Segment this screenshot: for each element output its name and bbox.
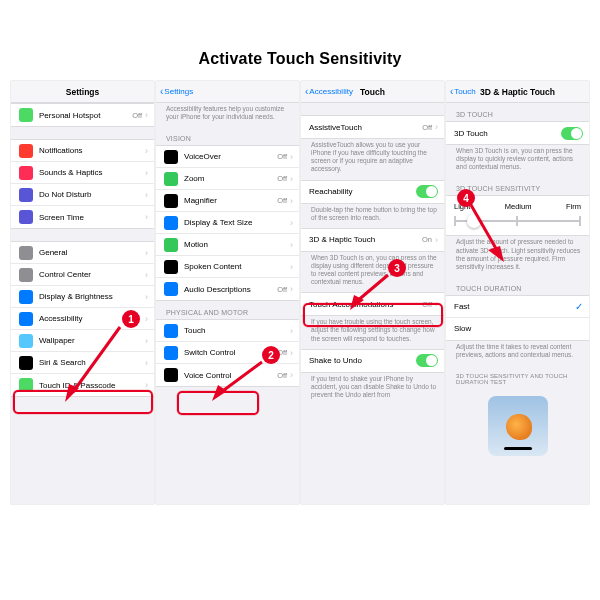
list-item[interactable]: MagnifierOff› bbox=[156, 190, 299, 212]
row-label: Magnifier bbox=[184, 196, 277, 205]
list-item[interactable]: Touch› bbox=[156, 320, 299, 342]
back-label: Accessibility bbox=[309, 87, 353, 96]
row-label: Sounds & Haptics bbox=[39, 168, 145, 177]
chevron-right-icon: › bbox=[290, 348, 293, 358]
back-label: Touch bbox=[454, 87, 475, 96]
app-icon bbox=[164, 194, 178, 208]
chevron-right-icon: › bbox=[290, 240, 293, 250]
toggle-on-icon[interactable] bbox=[561, 127, 583, 140]
chevron-right-icon: › bbox=[145, 168, 148, 178]
row-value: Off bbox=[277, 174, 287, 183]
row-value: Off bbox=[277, 371, 287, 380]
row-assistivetouch[interactable]: AssistiveTouchOff› bbox=[301, 116, 444, 138]
header: ‹Accessibility Touch bbox=[301, 81, 444, 103]
row-value: Off bbox=[132, 111, 142, 120]
list-item[interactable]: Display & Brightness› bbox=[11, 286, 154, 308]
chevron-right-icon: › bbox=[145, 380, 148, 390]
list-item[interactable]: Control Center› bbox=[11, 264, 154, 286]
desc: If you have trouble using the touch scre… bbox=[301, 316, 444, 348]
toggle-on-icon[interactable] bbox=[416, 185, 438, 198]
list-item[interactable]: Voice ControlOff› bbox=[156, 364, 299, 386]
toggle-on-icon[interactable] bbox=[416, 354, 438, 367]
row-duration-slow[interactable]: Slow bbox=[446, 318, 589, 340]
app-icon bbox=[19, 108, 33, 122]
chevron-right-icon: › bbox=[435, 299, 438, 309]
app-icon bbox=[164, 150, 178, 164]
chevron-right-icon: › bbox=[145, 314, 148, 324]
app-icon bbox=[19, 268, 33, 282]
test-image[interactable] bbox=[488, 396, 548, 456]
list-item[interactable]: Touch ID & Passcode› bbox=[11, 374, 154, 396]
intro-text: Accessibility features help you customiz… bbox=[156, 103, 299, 127]
row-touch-accommodations[interactable]: Touch AccommodationsOff› bbox=[301, 293, 444, 315]
chevron-right-icon: › bbox=[145, 336, 148, 346]
list-item[interactable]: Personal HotspotOff› bbox=[11, 104, 154, 126]
list-item[interactable]: General› bbox=[11, 242, 154, 264]
list-item[interactable]: Do Not Disturb› bbox=[11, 184, 154, 206]
list-item[interactable]: Switch ControlOff› bbox=[156, 342, 299, 364]
header-title: Touch bbox=[360, 87, 385, 97]
list-item[interactable]: Wallpaper› bbox=[11, 330, 154, 352]
group-label-vision: VISION bbox=[156, 127, 299, 145]
list-item[interactable]: VoiceOverOff› bbox=[156, 146, 299, 168]
back-button[interactable]: ‹Accessibility bbox=[305, 87, 353, 96]
desc: Double-tap the home button to bring the … bbox=[301, 204, 444, 228]
group-label: 3D TOUCH SENSITIVITY bbox=[446, 177, 589, 195]
slider-label-medium: Medium bbox=[505, 202, 532, 211]
desc: When 3D Touch is on, you can press the d… bbox=[446, 145, 589, 177]
row-3d-haptic-touch[interactable]: 3D & Haptic TouchOn› bbox=[301, 229, 444, 251]
list-item[interactable]: Audio DescriptionsOff› bbox=[156, 278, 299, 300]
screenshot-accessibility: ‹Settings Accessibility features help yo… bbox=[155, 80, 300, 505]
screenshot-settings: Settings Personal HotspotOff›Notificatio… bbox=[10, 80, 155, 505]
chevron-right-icon: › bbox=[290, 196, 293, 206]
row-label: Display & Brightness bbox=[39, 292, 145, 301]
chevron-left-icon: ‹ bbox=[160, 88, 163, 96]
list-item[interactable]: Notifications› bbox=[11, 140, 154, 162]
chevron-right-icon: › bbox=[290, 370, 293, 380]
row-shake-to-undo[interactable]: Shake to Undo bbox=[301, 350, 444, 372]
row-3d-touch-toggle[interactable]: 3D Touch bbox=[446, 122, 589, 144]
chevron-right-icon: › bbox=[145, 248, 148, 258]
list-item[interactable]: Spoken Content› bbox=[156, 256, 299, 278]
app-icon bbox=[19, 246, 33, 260]
header: Settings bbox=[11, 81, 154, 103]
header-title: Settings bbox=[66, 87, 100, 97]
row-duration-fast[interactable]: Fast✓ bbox=[446, 296, 589, 318]
app-icon bbox=[164, 172, 178, 186]
app-icon bbox=[164, 282, 178, 296]
chevron-right-icon: › bbox=[290, 284, 293, 294]
chevron-right-icon: › bbox=[145, 292, 148, 302]
slider-label-firm: Firm bbox=[566, 202, 581, 211]
app-icon bbox=[164, 216, 178, 230]
app-icon bbox=[19, 356, 33, 370]
row-label: Accessibility bbox=[39, 314, 145, 323]
list-item[interactable]: Siri & Search› bbox=[11, 352, 154, 374]
desc: Adjust the amount of pressure needed to … bbox=[446, 236, 589, 277]
row-reachability[interactable]: Reachability bbox=[301, 181, 444, 203]
list-item[interactable]: Display & Text Size› bbox=[156, 212, 299, 234]
list-item[interactable]: Motion› bbox=[156, 234, 299, 256]
row-value: Off bbox=[277, 196, 287, 205]
list-item[interactable]: Sounds & Haptics› bbox=[11, 162, 154, 184]
back-button[interactable]: ‹Settings bbox=[160, 87, 193, 96]
chevron-right-icon: › bbox=[145, 212, 148, 222]
header: ‹Settings bbox=[156, 81, 299, 103]
list-item[interactable]: Accessibility› bbox=[11, 308, 154, 330]
row-label: Touch bbox=[184, 326, 290, 335]
chevron-right-icon: › bbox=[145, 270, 148, 280]
app-icon bbox=[19, 378, 33, 392]
back-button[interactable]: ‹Touch bbox=[450, 87, 476, 96]
row-label: Personal Hotspot bbox=[39, 111, 132, 120]
chevron-left-icon: ‹ bbox=[450, 88, 453, 96]
chevron-right-icon: › bbox=[290, 262, 293, 272]
app-icon bbox=[19, 312, 33, 326]
row-label: Control Center bbox=[39, 270, 145, 279]
row-label: Do Not Disturb bbox=[39, 190, 145, 199]
app-icon bbox=[164, 368, 178, 382]
row-label: Motion bbox=[184, 240, 290, 249]
list-item[interactable]: ZoomOff› bbox=[156, 168, 299, 190]
app-icon bbox=[19, 144, 33, 158]
list-item[interactable]: Screen Time› bbox=[11, 206, 154, 228]
sensitivity-slider[interactable] bbox=[454, 211, 581, 231]
chevron-right-icon: › bbox=[145, 110, 148, 120]
